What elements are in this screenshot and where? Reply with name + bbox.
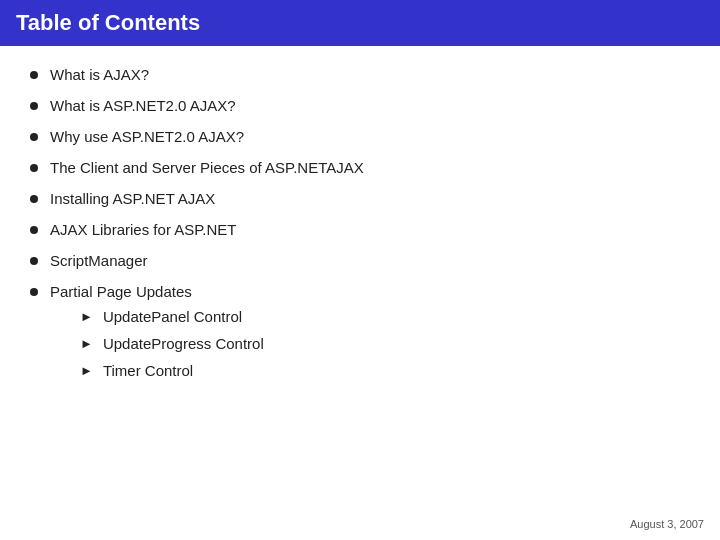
- chevron-right-icon: ►: [80, 336, 93, 351]
- sub-list-item: ► UpdatePanel Control: [50, 308, 264, 325]
- list-item: Installing ASP.NET AJAX: [30, 190, 690, 207]
- page-title: Table of Contents: [16, 10, 200, 35]
- bullet-dot: [30, 195, 38, 203]
- bullet-text: AJAX Libraries for ASP.NET: [50, 221, 236, 238]
- sub-bullet-text: UpdatePanel Control: [103, 308, 242, 325]
- list-item: What is AJAX?: [30, 66, 690, 83]
- chevron-right-icon: ►: [80, 309, 93, 324]
- list-item: Partial Page Updates ► UpdatePanel Contr…: [30, 283, 690, 389]
- bullet-dot: [30, 71, 38, 79]
- bullet-text: Partial Page Updates: [50, 283, 192, 300]
- list-item: ScriptManager: [30, 252, 690, 269]
- sub-list-item: ► UpdateProgress Control: [50, 335, 264, 352]
- content-area: What is AJAX? What is ASP.NET2.0 AJAX? W…: [0, 46, 720, 423]
- sub-bullet-list: ► UpdatePanel Control ► UpdateProgress C…: [50, 308, 264, 379]
- footer-date: August 3, 2007: [630, 518, 704, 530]
- bullet-dot: [30, 257, 38, 265]
- page-header: Table of Contents: [0, 0, 720, 46]
- sub-bullet-text: Timer Control: [103, 362, 193, 379]
- list-item: AJAX Libraries for ASP.NET: [30, 221, 690, 238]
- bullet-dot: [30, 102, 38, 110]
- bullet-text: What is ASP.NET2.0 AJAX?: [50, 97, 236, 114]
- bullet-dot: [30, 133, 38, 141]
- bullet-text: Why use ASP.NET2.0 AJAX?: [50, 128, 244, 145]
- chevron-right-icon: ►: [80, 363, 93, 378]
- sub-bullet-text: UpdateProgress Control: [103, 335, 264, 352]
- bullet-text: The Client and Server Pieces of ASP.NETA…: [50, 159, 364, 176]
- sub-list-item: ► Timer Control: [50, 362, 264, 379]
- list-item: What is ASP.NET2.0 AJAX?: [30, 97, 690, 114]
- bullet-text: What is AJAX?: [50, 66, 149, 83]
- main-bullet-list: What is AJAX? What is ASP.NET2.0 AJAX? W…: [30, 66, 690, 389]
- bullet-dot: [30, 226, 38, 234]
- list-item: The Client and Server Pieces of ASP.NETA…: [30, 159, 690, 176]
- bullet-text: ScriptManager: [50, 252, 148, 269]
- bullet-dot: [30, 164, 38, 172]
- bullet-text: Installing ASP.NET AJAX: [50, 190, 215, 207]
- list-item: Why use ASP.NET2.0 AJAX?: [30, 128, 690, 145]
- bullet-dot: [30, 288, 38, 296]
